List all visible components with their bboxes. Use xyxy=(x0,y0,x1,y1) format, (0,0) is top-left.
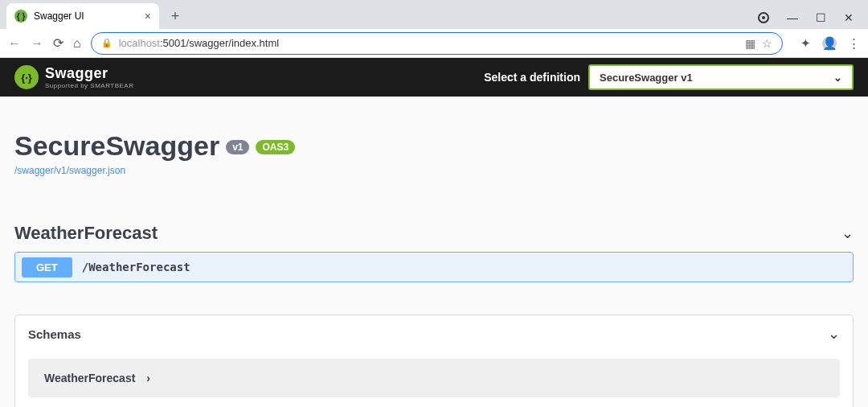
endpoint-path: /WeatherForecast xyxy=(82,261,190,273)
reload-button[interactable]: ⟳ xyxy=(53,35,63,51)
definition-label: Select a definition xyxy=(484,71,580,84)
swagger-topbar: {·} Swagger Supported by SMARTBEAR Selec… xyxy=(0,58,868,97)
brand-name: Swagger xyxy=(45,65,133,82)
schema-name: WeatherForecast xyxy=(44,372,135,384)
close-window-button[interactable]: ✕ xyxy=(844,11,854,24)
swagger-content: SecureSwagger v1 OAS3 /swagger/v1/swagge… xyxy=(0,97,868,407)
version-badge: v1 xyxy=(226,140,249,154)
oas-badge: OAS3 xyxy=(256,140,295,154)
tab-title: Swagger UI xyxy=(34,10,84,22)
url-host: localhost xyxy=(119,37,160,49)
minimize-button[interactable]: — xyxy=(787,11,798,24)
url-path: :5001/swagger/index.html xyxy=(160,37,279,49)
chevron-down-icon: ⌄ xyxy=(833,72,842,84)
account-status-icon[interactable] xyxy=(758,12,769,23)
chevron-down-icon: ⌄ xyxy=(841,224,854,242)
schemas-section: Schemas ⌄ WeatherForecast › xyxy=(14,314,854,407)
browser-titlebar: { } Swagger UI × + — ☐ ✕ xyxy=(0,0,868,29)
close-tab-icon[interactable]: × xyxy=(145,10,151,23)
schemas-title: Schemas xyxy=(28,327,81,341)
tag-header[interactable]: WeatherForecast ⌄ xyxy=(14,223,854,244)
home-button[interactable]: ⌂ xyxy=(73,36,81,51)
new-tab-button[interactable]: + xyxy=(164,5,186,27)
url-text: localhost:5001/swagger/index.html xyxy=(119,37,279,49)
extensions-icon[interactable]: ✦ xyxy=(800,36,811,51)
schema-item[interactable]: WeatherForecast › xyxy=(28,359,840,397)
profile-avatar-icon[interactable]: 👤 xyxy=(822,36,837,51)
maximize-button[interactable]: ☐ xyxy=(816,11,826,24)
qr-icon[interactable]: ▦ xyxy=(745,37,755,50)
address-bar[interactable]: 🔒 localhost:5001/swagger/index.html ▦ ☆ xyxy=(91,32,783,55)
api-title: SecureSwagger xyxy=(14,130,219,162)
definition-selector-section: Select a definition SecureSwagger v1 ⌄ xyxy=(484,64,854,90)
swagger-logo: {·} Swagger Supported by SMARTBEAR xyxy=(14,65,133,89)
toolbar-right: ✦ 👤 ⋮ xyxy=(800,36,860,51)
schemas-header[interactable]: Schemas ⌄ xyxy=(15,315,853,352)
swagger-logo-text: Swagger Supported by SMARTBEAR xyxy=(45,65,133,89)
star-icon[interactable]: ☆ xyxy=(762,37,772,50)
chevron-right-icon: › xyxy=(146,372,150,384)
back-button[interactable]: ← xyxy=(8,36,21,51)
brand-subtitle: Supported by SMARTBEAR xyxy=(45,82,133,89)
window-controls: — ☐ ✕ xyxy=(758,11,868,29)
http-method-badge: GET xyxy=(22,257,72,278)
tag-name: WeatherForecast xyxy=(14,223,158,244)
swagger-favicon-icon: { } xyxy=(14,10,27,23)
browser-tab[interactable]: { } Swagger UI × xyxy=(6,3,159,29)
chevron-down-icon: ⌄ xyxy=(828,325,840,343)
lock-icon: 🔒 xyxy=(101,38,113,48)
definition-select[interactable]: SecureSwagger v1 ⌄ xyxy=(588,64,854,90)
menu-icon[interactable]: ⋮ xyxy=(848,36,860,51)
forward-button[interactable]: → xyxy=(31,36,43,51)
spec-link[interactable]: /swagger/v1/swagger.json xyxy=(14,165,854,176)
swagger-logo-icon: {·} xyxy=(14,65,39,89)
endpoint-row[interactable]: GET /WeatherForecast xyxy=(14,252,854,282)
browser-toolbar: ← → ⟳ ⌂ 🔒 localhost:5001/swagger/index.h… xyxy=(0,29,868,58)
api-title-row: SecureSwagger v1 OAS3 xyxy=(14,130,854,162)
definition-selected-value: SecureSwagger v1 xyxy=(600,72,693,84)
